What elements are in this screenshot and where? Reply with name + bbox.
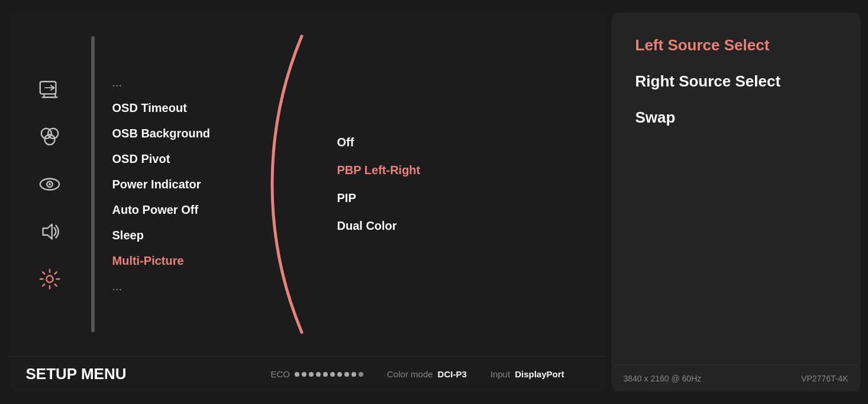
- status-bar: SETUP MENU ECO Color mode: [8, 356, 606, 392]
- menu-item-multi-picture[interactable]: Multi-Picture: [112, 252, 243, 270]
- sidebar: [8, 24, 91, 344]
- right-status-bar: 3840 x 2160 @ 60Hz VP2776T-4K: [612, 365, 860, 392]
- svg-marker-7: [43, 225, 51, 239]
- eco-dot-10: [359, 372, 363, 377]
- right-panel-content: Left Source Select Right Source Select S…: [612, 12, 860, 365]
- input-label: Input: [491, 369, 510, 379]
- svg-point-8: [46, 275, 53, 282]
- eco-indicator: ECO: [271, 369, 364, 379]
- sidebar-item-settings[interactable]: [35, 264, 64, 294]
- color-mode-value: DCI-P3: [438, 369, 467, 379]
- menu-item-power-indicator[interactable]: Power Indicator: [112, 175, 243, 194]
- right-resolution: 3840 x 2160 @ 60Hz: [624, 374, 702, 383]
- setup-menu-title: SETUP MENU: [26, 365, 127, 383]
- eco-dot-8: [344, 372, 349, 377]
- eco-dot-4: [316, 372, 321, 377]
- option-pip[interactable]: PIP: [337, 191, 588, 205]
- svg-point-6: [49, 183, 51, 185]
- sidebar-item-audio[interactable]: [35, 217, 64, 246]
- eco-dot-7: [337, 372, 342, 377]
- eco-dot-2: [302, 372, 306, 377]
- right-item-swap[interactable]: Swap: [635, 108, 837, 127]
- right-item-left-source-select[interactable]: Left Source Select: [635, 36, 837, 54]
- options-list: Off PBP Left-Right PIP Dual Color: [320, 24, 606, 344]
- menu-item-sleep[interactable]: Sleep: [112, 226, 243, 245]
- option-off[interactable]: Off: [337, 136, 588, 149]
- left-panel: ... OSD Timeout OSB Background OSD Pivot…: [8, 12, 606, 392]
- eco-dot-5: [323, 372, 328, 377]
- sidebar-item-input[interactable]: [35, 75, 64, 104]
- color-mode-label: Color mode: [387, 369, 433, 379]
- input-value: DisplayPort: [515, 369, 564, 379]
- menu-item-dots-top[interactable]: ...: [112, 73, 243, 92]
- right-panel: Left Source Select Right Source Select S…: [612, 12, 860, 392]
- svg-point-3: [44, 134, 54, 145]
- menu-list: ... OSD Timeout OSB Background OSD Pivot…: [95, 24, 260, 344]
- eco-dot-9: [351, 372, 356, 377]
- menu-item-osd-timeout[interactable]: OSD Timeout: [112, 99, 243, 117]
- color-mode-group: Color mode DCI-P3: [387, 369, 467, 379]
- svg-point-2: [48, 129, 58, 139]
- input-group: Input DisplayPort: [491, 369, 564, 379]
- eco-dots: [295, 372, 363, 377]
- right-model: VP2776T-4K: [801, 374, 848, 383]
- option-dual-color[interactable]: Dual Color: [337, 219, 588, 233]
- eco-dot-1: [295, 372, 299, 377]
- eco-dot-6: [330, 372, 335, 377]
- sidebar-item-view[interactable]: [35, 169, 64, 199]
- menu-item-osd-pivot[interactable]: OSD Pivot: [112, 150, 243, 168]
- eco-label: ECO: [271, 369, 291, 379]
- menu-item-osb-background[interactable]: OSB Background: [112, 124, 243, 143]
- eco-dot-3: [309, 372, 314, 377]
- option-pbp-left-right[interactable]: PBP Left-Right: [337, 163, 588, 177]
- menu-item-dots-bottom[interactable]: ...: [112, 277, 243, 296]
- sidebar-item-color[interactable]: [35, 122, 64, 152]
- curve-decoration: [260, 24, 320, 344]
- right-item-right-source-select[interactable]: Right Source Select: [635, 72, 837, 91]
- menu-item-auto-power-off[interactable]: Auto Power Off: [112, 201, 243, 219]
